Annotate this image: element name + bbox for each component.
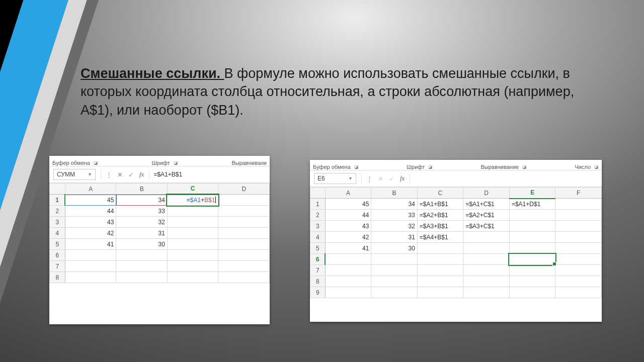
table-row: 34332=$A3+B$1=$A3+C$1 xyxy=(310,221,602,232)
group-align: Выравнивани xyxy=(231,160,267,166)
dialog-launcher-icon[interactable]: ◪ xyxy=(94,160,98,165)
grid-left[interactable]: A B C D 1 45 34 =$A1+B$1 24433 34332 442… xyxy=(49,183,270,283)
group-font: Шрифт◪ xyxy=(407,164,433,170)
ribbon-groups-right: Буфер обмена◪ Шрифт◪ Выравнивание◪ Число… xyxy=(310,160,602,170)
formula-bar: СУММ▼ ⋮ ✕ ✓ fx =$A1+B$1 xyxy=(49,166,270,183)
body-text: Смешанные ссылки. В формуле можно исполь… xyxy=(80,64,594,119)
excel-panel-left: Буфер обмена◪ Шрифт◪ Выравнивани СУММ▼ ⋮… xyxy=(49,156,270,324)
dots-icon[interactable]: ⋮ xyxy=(103,171,114,178)
formula-text[interactable]: =$A1+B$1 xyxy=(151,171,270,178)
table-row: 54130 xyxy=(310,243,602,254)
slide: Смешанные ссылки. В формуле можно исполь… xyxy=(0,0,644,362)
dialog-launcher-icon[interactable]: ◪ xyxy=(174,160,178,165)
table-row: 1 45 34 =$A1+B$1 xyxy=(50,195,270,206)
editing-cell[interactable]: =$A1+B$1 xyxy=(167,195,218,206)
table-row: 34332 xyxy=(50,217,270,228)
table-row: 9 xyxy=(310,287,602,298)
cancel-icon[interactable]: ✕ xyxy=(114,171,125,178)
table-row: 44231 xyxy=(50,228,270,239)
cell[interactable]: 34 xyxy=(116,195,168,206)
excel-panel-right: Буфер обмена◪ Шрифт◪ Выравнивание◪ Число… xyxy=(310,160,602,322)
enter-icon: ✓ xyxy=(386,175,397,183)
group-clipboard: Буфер обмена◪ xyxy=(313,164,359,170)
col-header[interactable]: F xyxy=(555,188,602,199)
col-header[interactable]: A xyxy=(65,184,116,195)
col-header[interactable]: D xyxy=(218,184,270,195)
group-align: Выравнивание◪ xyxy=(480,164,527,170)
lead-phrase: Смешанные ссылки. xyxy=(80,66,224,81)
fx-icon[interactable]: fx xyxy=(136,170,147,178)
col-header[interactable]: D xyxy=(463,188,510,199)
group-font: Шрифт◪ xyxy=(151,160,178,166)
table-row: 24433=$A2+B$1=$A2+C$1 xyxy=(310,210,602,221)
table-row: 8 xyxy=(310,276,602,287)
chevron-down-icon[interactable]: ▼ xyxy=(88,172,92,177)
cell[interactable] xyxy=(218,195,270,206)
table-row: 14534=$A1+B$1=$A1+C$1=$A1+D$1 xyxy=(310,199,602,210)
chevron-down-icon[interactable]: ▼ xyxy=(348,176,353,181)
selected-cell[interactable] xyxy=(509,254,555,265)
table-row: 7 xyxy=(310,265,602,276)
group-number: Число◪ xyxy=(575,164,599,170)
dots-icon[interactable]: ⋮ xyxy=(364,175,375,183)
table-row: 6 xyxy=(50,250,270,261)
col-header[interactable]: A xyxy=(325,188,371,199)
grid-right[interactable]: A B C D E F 14534=$A1+B$1=$A1+C$1=$A1+D$… xyxy=(310,187,602,298)
group-clipboard: Буфер обмена◪ xyxy=(52,160,98,166)
name-box[interactable]: E6▼ xyxy=(314,173,356,184)
formula-bar: E6▼ ⋮ ✕ ✓ fx xyxy=(310,170,602,187)
cancel-icon: ✕ xyxy=(375,175,386,183)
select-all-corner[interactable] xyxy=(310,188,326,199)
table-row: 24433 xyxy=(50,206,270,217)
dialog-launcher-icon[interactable]: ◪ xyxy=(428,164,433,169)
col-header[interactable]: E xyxy=(509,188,555,199)
dialog-launcher-icon[interactable]: ◪ xyxy=(354,164,359,169)
select-all-corner[interactable] xyxy=(50,184,65,195)
table-row: 8 xyxy=(50,272,270,283)
cell[interactable]: 45 xyxy=(65,195,116,206)
col-header[interactable]: B xyxy=(371,188,418,199)
dialog-launcher-icon[interactable]: ◪ xyxy=(594,164,599,169)
ribbon-groups-left: Буфер обмена◪ Шрифт◪ Выравнивани xyxy=(49,156,270,166)
dialog-launcher-icon[interactable]: ◪ xyxy=(522,164,527,169)
name-box[interactable]: СУММ▼ xyxy=(53,169,96,180)
table-row: 7 xyxy=(50,261,270,272)
fx-icon[interactable]: fx xyxy=(397,174,408,183)
enter-icon[interactable]: ✓ xyxy=(125,171,136,178)
col-header[interactable]: B xyxy=(116,184,168,195)
table-row: 54130 xyxy=(50,239,270,250)
table-row: 6 xyxy=(310,254,602,265)
table-row: 44231=$A4+B$1 xyxy=(310,232,602,243)
col-header[interactable]: C xyxy=(167,184,218,195)
col-header[interactable]: C xyxy=(417,188,463,199)
